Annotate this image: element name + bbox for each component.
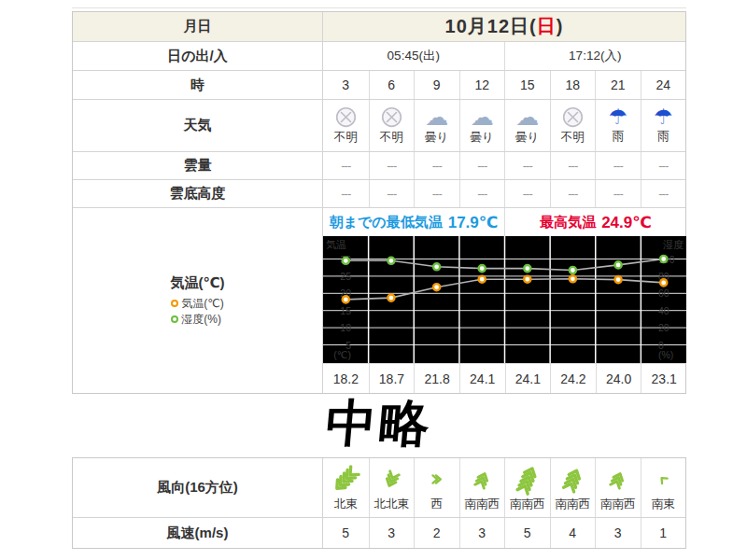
wind-speed-value: 2 <box>414 518 459 548</box>
wind-direction-cell: 南南西 <box>459 458 505 517</box>
wind-direction-cell: 南南西 <box>504 458 550 517</box>
weather-text: 曇り <box>471 130 494 146</box>
minmax-header: 朝までの最低気温 17.9℃ 最高気温 24.9℃ <box>323 208 686 236</box>
wind-speed-value: 3 <box>595 518 641 548</box>
weather-cell: ☁曇り <box>459 100 505 151</box>
legend-item: 湿度(%) <box>171 312 223 328</box>
max-temp-value: 24.9℃ <box>601 213 652 232</box>
svg-text:5: 5 <box>345 340 351 351</box>
cloud-base-cell: --- <box>550 180 596 207</box>
hour-row-label: 時 <box>73 71 323 99</box>
wind-dir-row-label: 風向(16方位) <box>73 458 323 517</box>
cropped-row-divider <box>72 7 686 8</box>
table-row-wind-speed: 風速(m/s) 53235431 <box>73 517 685 548</box>
min-temp-value: 17.9℃ <box>448 213 499 232</box>
weather-text: 不明 <box>561 130 585 146</box>
cloudy-icon: ☁ <box>425 105 448 129</box>
weather-cell: ☂雨 <box>595 100 641 151</box>
cloud-base-cell: --- <box>595 180 641 207</box>
sun-row-label: 日の出/入 <box>73 42 323 70</box>
weather-cell: 不明 <box>369 100 415 151</box>
date-row-label: 月日 <box>73 12 323 41</box>
weather-text: 雨 <box>657 129 669 145</box>
rain-icon: ☂ <box>654 106 673 128</box>
weather-cell: 不明 <box>550 100 596 151</box>
weather-text: 雨 <box>613 129 625 145</box>
temperature-value: 24.1 <box>505 364 551 393</box>
wind-direction-text: 南南西 <box>510 497 545 512</box>
legend-item: 気温(℃) <box>171 296 223 312</box>
table-row-hours: 時 3691215182124 <box>73 70 685 99</box>
wind-direction-text: 西 <box>431 497 444 512</box>
temperature-humidity-chart: 気温湿度(℃)(%)30252015105100806040200 <box>323 236 686 363</box>
chart-legend: 気温(℃)湿度(%) <box>171 296 223 328</box>
hour-cell: 6 <box>369 71 415 99</box>
hour-cell: 3 <box>323 71 369 99</box>
min-temp-label: 朝までの最低気温 <box>330 214 443 231</box>
wind-direction-cell: 南南西 <box>550 458 596 517</box>
omission-marker: 中略 <box>69 394 689 454</box>
wind-direction-cells: 北東北北東西南南西南南西南南西南南西南東 <box>323 458 685 517</box>
hour-cell: 18 <box>550 71 596 99</box>
cloud-base-cell: --- <box>641 180 686 207</box>
wind-direction-cell: 西 <box>414 458 459 517</box>
wind-direction-text: 南南西 <box>600 497 636 512</box>
wind-speed-cells: 53235431 <box>323 518 685 548</box>
hour-cells: 3691215182124 <box>323 71 685 99</box>
weather-cell: ☁曇り <box>414 100 459 151</box>
wind-direction-cell: 北北東 <box>369 458 415 517</box>
table-row-weather: 天気 不明不明☁曇り☁曇り☁曇り不明☂雨☂雨 <box>73 99 685 151</box>
wind-direction-text: 北東 <box>334 497 358 512</box>
hour-cell: 24 <box>641 71 686 99</box>
unknown-icon <box>561 105 585 129</box>
table-row-date: 月日 10月12日(日) <box>73 12 685 41</box>
wind-direction-icon <box>514 463 540 497</box>
wind-speed-value: 4 <box>550 518 596 548</box>
svg-text:10: 10 <box>340 322 351 333</box>
cloudbase-row-label: 雲底高度 <box>73 180 323 207</box>
table-row-cloud-base: 雲底高度 ------------------------ <box>73 179 685 207</box>
wind-direction-icon <box>561 465 585 494</box>
wind-direction-text: 南南西 <box>556 497 591 512</box>
cloud-amount-cell: --- <box>595 152 641 179</box>
cloudy-icon: ☁ <box>515 105 539 129</box>
cloud-row-label: 雲量 <box>73 152 323 179</box>
wind-direction-icon <box>609 469 627 490</box>
svg-text:20: 20 <box>658 322 669 333</box>
wind-speed-value: 1 <box>641 518 686 548</box>
legend-text: 湿度(%) <box>181 312 221 328</box>
table-row-temperature: 気温(℃) 気温(℃)湿度(%) 朝までの最低気温 17.9℃ 最高気温 24.… <box>73 207 685 393</box>
cloudy-icon: ☁ <box>471 105 494 129</box>
cloud-amount-cell: --- <box>369 152 415 179</box>
wind-direction-icon <box>330 464 361 496</box>
table-row-sunrise-sunset: 日の出/入 05:45(出) 17:12(入) <box>73 41 685 70</box>
wind-direction-cell: 南東 <box>641 458 686 517</box>
cloud-base-cell: --- <box>504 180 550 207</box>
temperature-value: 18.7 <box>369 364 415 393</box>
hour-cell: 21 <box>595 71 641 99</box>
wind-direction-text: 南東 <box>652 497 675 512</box>
wind-speed-value: 3 <box>459 518 505 548</box>
temperature-title: 気温(℃) <box>170 274 224 292</box>
temperature-value: 24.1 <box>459 364 505 393</box>
temperature-value: 24.0 <box>596 364 641 393</box>
table-row-wind-direction: 風向(16方位) 北東北北東西南南西南南西南南西南南西南東 <box>73 458 685 517</box>
svg-text:(%): (%) <box>658 349 673 360</box>
cloud-amount-cell: --- <box>323 152 369 179</box>
svg-text:60: 60 <box>658 287 669 299</box>
cloud-amount-cell: --- <box>550 152 596 179</box>
cloud-base-cell: --- <box>323 180 369 207</box>
date-value: 10月12日(日) <box>323 12 685 41</box>
wind-direction-text: 北北東 <box>374 497 410 512</box>
wind-direction-icon <box>657 473 669 485</box>
svg-text:(℃): (℃) <box>333 349 351 360</box>
svg-text:気温: 気温 <box>326 239 346 250</box>
cloud-amount-cell: --- <box>459 152 505 179</box>
temperature-value: 24.2 <box>550 364 596 393</box>
cloud-base-cell: --- <box>459 180 505 207</box>
rain-icon: ☂ <box>608 106 627 128</box>
svg-text:25: 25 <box>340 271 351 282</box>
legend-text: 気温(℃) <box>181 296 223 312</box>
cloud-base-cell: --- <box>414 180 459 207</box>
unknown-icon <box>380 105 403 129</box>
